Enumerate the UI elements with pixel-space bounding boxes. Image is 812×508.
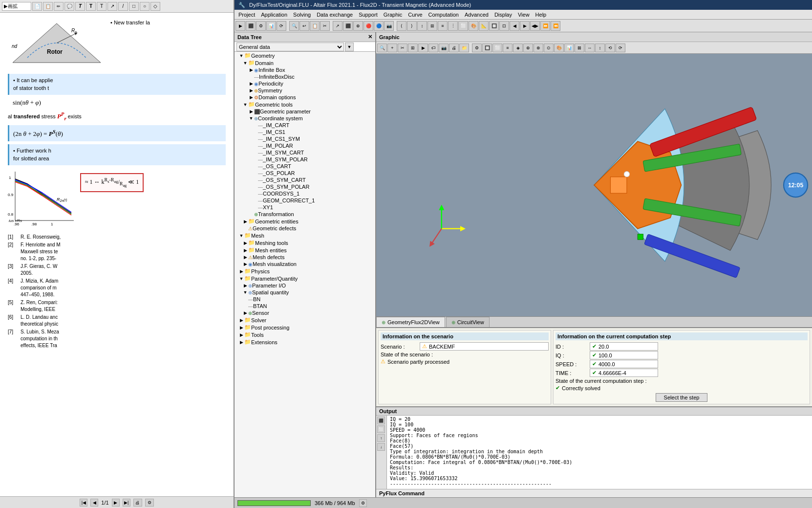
tb-btn6[interactable]: 🔍 (289, 21, 299, 31)
tree-node-mesh-vis[interactable]: ▶ ◉ Mesh visualization (235, 261, 375, 267)
menu-display[interactable]: Display (491, 11, 515, 18)
out-btn-2[interactable]: ⬜ (377, 425, 385, 433)
settings-btn[interactable]: ⚙ (145, 499, 154, 507)
tree-node-mesh-entities[interactable]: ▶ 📁 Mesh entities (235, 246, 375, 254)
tree-node-mesh[interactable]: ▼ 📁 Mesh (235, 232, 375, 239)
tree-node-domain-options[interactable]: ▶ ⚙ Domain options (235, 94, 375, 101)
tab-circuit-view[interactable]: ⊕ CircuitView (446, 317, 490, 327)
tb-btn22[interactable]: ⬜ (458, 21, 468, 31)
gfx-btn-9[interactable]: 📁 (459, 44, 469, 52)
tb-btn28[interactable]: ▶ (520, 21, 530, 31)
tree-node-bn[interactable]: — BN (235, 296, 375, 303)
tree-node-coordsys-1[interactable]: — COORDSYS_1 (235, 190, 375, 197)
menu-computation[interactable]: Computation (426, 11, 462, 18)
tree-node-im-cart[interactable]: — _IM_CART (235, 122, 375, 129)
tb-btn30[interactable]: ⏩ (540, 21, 550, 31)
tree-node-os-sym-polar[interactable]: — _OS_SYM_POLAR (235, 183, 375, 190)
graphic-canvas[interactable]: 12:05 (376, 54, 812, 316)
gfx-btn-11[interactable]: 🔲 (482, 44, 492, 52)
tb-btn12[interactable]: ⊕ (353, 21, 363, 31)
tree-node-geom-correct-1[interactable]: — GEOM_CORRECT_1 (235, 197, 375, 204)
menu-help[interactable]: Help (533, 11, 550, 18)
tree-node-meshing-tools[interactable]: ▶ 📁 Meshing tools (235, 239, 375, 246)
gfx-btn-2[interactable]: + (387, 44, 397, 52)
tb-btn29[interactable]: ◀▶ (530, 21, 540, 31)
tree-node-geom-entities[interactable]: ▶ 📁 Geometric entities (235, 218, 375, 225)
tb-btn10[interactable]: ↗ (333, 21, 342, 31)
gfx-btn-1[interactable]: 🔍 (377, 44, 387, 52)
status-settings-btn[interactable]: ⚙ (359, 499, 367, 507)
gfx-btn-22[interactable]: ↕ (595, 44, 605, 52)
tb-btn27[interactable]: ◀ (510, 21, 519, 31)
tree-node-im-sym-polar[interactable]: — _IM_SYM_POLAR (235, 156, 375, 163)
tb-btn23[interactable]: 🎨 (469, 21, 478, 31)
tree-node-symmetry[interactable]: ▶ ⊕ Symmetry (235, 87, 375, 94)
doc-btn-line[interactable]: / (118, 2, 128, 11)
tree-node-mesh-defects[interactable]: ▶ ⚠ Mesh defects (235, 254, 375, 261)
menu-advanced[interactable]: Advanced (462, 11, 491, 18)
tree-node-param-qty[interactable]: ▼ 📁 Parameter/Quantity (235, 275, 375, 282)
tree-node-im-polar[interactable]: — _IM_POLAR (235, 142, 375, 149)
doc-btn-2[interactable]: 📋 (43, 2, 53, 11)
tree-node-post-processing[interactable]: ▶ 📁 Post processing (235, 324, 375, 331)
menu-solving[interactable]: Solving (290, 11, 314, 18)
last-page-btn[interactable]: ▶| (123, 499, 130, 507)
gfx-btn-17[interactable]: ⊙ (544, 44, 554, 52)
tb-btn5[interactable]: ⟳ (277, 21, 286, 31)
print-btn[interactable]: 🖨 (133, 499, 142, 507)
tree-node-xy1[interactable]: — XY1 (235, 204, 375, 211)
tb-stop[interactable]: ⬛ (246, 21, 256, 31)
tb-btn11[interactable]: ⬛ (343, 21, 353, 31)
tree-node-coord-system[interactable]: ▼ ⊕ Coordinate system (235, 115, 375, 122)
menu-data-exchange[interactable]: Data exchange (314, 11, 356, 18)
tree-node-tools[interactable]: ▶ 📁 Tools (235, 331, 375, 338)
doc-btn-T2[interactable]: T (86, 2, 96, 11)
tree-node-spatial-qty[interactable]: ▼ ⊕ Spatial quantity (235, 289, 375, 296)
gfx-btn-15[interactable]: ⊕ (523, 44, 533, 52)
doc-btn-T1[interactable]: T (75, 2, 85, 11)
tb-btn16[interactable]: ⟨ (397, 21, 406, 31)
select-step-button[interactable]: Select the step (656, 393, 708, 402)
gfx-btn-20[interactable]: ⊠ (575, 44, 584, 52)
tree-node-im-cs1-sym[interactable]: — _IM_CS1_SYM (235, 135, 375, 142)
gfx-btn-23[interactable]: ⟲ (605, 44, 615, 52)
tree-node-infinitebox-disc[interactable]: — InfiniteBoxDisc (235, 73, 375, 80)
tb-btn15[interactable]: 📷 (384, 21, 394, 31)
tb-btn4[interactable]: 📊 (266, 21, 276, 31)
next-page-btn[interactable]: ▶ (112, 499, 120, 507)
tb-btn14[interactable]: 🔵 (374, 21, 384, 31)
gfx-btn-21[interactable]: ↔ (585, 44, 595, 52)
first-page-btn[interactable]: |◀ (80, 499, 87, 507)
gfx-btn-5[interactable]: ▶ (418, 44, 428, 52)
gfx-btn-13[interactable]: ≡ (503, 44, 513, 52)
menu-application[interactable]: Application (258, 11, 290, 18)
tree-node-sensor[interactable]: ▶ ⊕ Sensor (235, 309, 375, 316)
doc-btn-T3[interactable]: T (97, 2, 107, 11)
out-btn-3[interactable]: ↑ (377, 434, 385, 442)
tb-btn31[interactable]: ⏪ (551, 21, 560, 31)
tb-btn26[interactable]: ⊡ (499, 21, 509, 31)
gfx-btn-16[interactable]: ⊗ (534, 44, 543, 52)
tree-node-os-polar[interactable]: — _OS_POLAR (235, 170, 375, 177)
tb-btn7[interactable]: ↩ (299, 21, 309, 31)
doc-btn-diamond[interactable]: ◇ (150, 2, 160, 11)
tree-node-im-cs1[interactable]: — _IM_CS1 (235, 129, 375, 135)
tree-node-extensions[interactable]: ▶ 📁 Extensions (235, 338, 375, 346)
tree-node-geom-defects[interactable]: ⚠ Geometric defects (235, 225, 375, 232)
tree-node-solver[interactable]: ▶ 📁 Solver (235, 316, 375, 324)
doc-btn-3[interactable]: ✏ (54, 2, 64, 11)
doc-btn-comment[interactable]: 💬 (64, 2, 74, 11)
tree-close-btn[interactable]: ✕ (368, 34, 372, 40)
tree-node-transformation[interactable]: ⊕ Transformation (235, 211, 375, 218)
tree-node-geometric-tools[interactable]: ▼ 📁 Geometric tools (235, 101, 375, 108)
tb-btn3[interactable]: ⚙ (256, 21, 266, 31)
gfx-btn-19[interactable]: 📊 (564, 44, 574, 52)
tb-btn21[interactable]: ⋮ (448, 21, 458, 31)
out-btn-4[interactable]: ↓ (377, 443, 385, 451)
tree-node-im-sym-cart[interactable]: — _IM_SYM_CART (235, 149, 375, 156)
menu-curve[interactable]: Curve (405, 11, 425, 18)
tree-node-physics[interactable]: ▶ 📁 Physics (235, 267, 375, 275)
menu-graphic[interactable]: Graphic (381, 11, 406, 18)
tb-play[interactable]: ▶ (235, 21, 245, 31)
tree-node-param-io[interactable]: ▶ ⊕ Parameter I/O (235, 282, 375, 289)
